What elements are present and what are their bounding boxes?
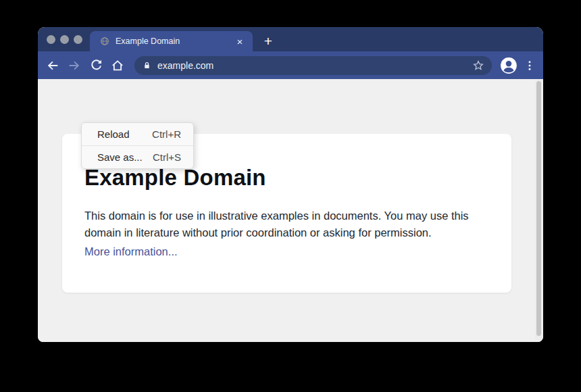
address-bar[interactable]: example.com bbox=[134, 56, 492, 75]
globe-favicon-icon bbox=[100, 36, 109, 46]
more-information-link[interactable]: More information... bbox=[84, 245, 178, 258]
menu-item-label: Reload bbox=[97, 128, 130, 140]
window-close-button[interactable] bbox=[47, 35, 55, 44]
url-text[interactable]: example.com bbox=[157, 60, 472, 71]
window-maximize-button[interactable] bbox=[74, 35, 82, 44]
menu-item-shortcut: Ctrl+S bbox=[153, 151, 181, 163]
back-arrow-icon bbox=[45, 58, 60, 73]
menu-item-label: Save as... bbox=[97, 151, 143, 163]
new-tab-button[interactable]: + bbox=[258, 31, 278, 51]
window-minimize-button[interactable] bbox=[60, 35, 69, 44]
back-button[interactable] bbox=[45, 57, 61, 74]
reload-icon bbox=[89, 58, 103, 72]
home-button[interactable] bbox=[109, 57, 126, 74]
reload-button[interactable] bbox=[88, 57, 104, 74]
context-menu-item-save-as[interactable]: Save as... Ctrl+S bbox=[82, 145, 193, 168]
scrollbar-thumb[interactable] bbox=[536, 81, 541, 336]
tab-title: Example Domain bbox=[116, 36, 234, 46]
context-menu: Reload Ctrl+R Save as... Ctrl+S bbox=[81, 122, 194, 169]
tab-close-icon[interactable]: × bbox=[234, 36, 245, 47]
three-dots-icon bbox=[524, 59, 536, 72]
browser-window: Example Domain × + bbox=[38, 27, 543, 342]
lock-icon[interactable] bbox=[143, 61, 151, 70]
browser-menu-button[interactable] bbox=[522, 57, 538, 74]
forward-arrow-icon bbox=[67, 58, 82, 73]
page-paragraph: This domain is for use in illustrative e… bbox=[84, 207, 490, 241]
titlebar: Example Domain × + bbox=[38, 27, 543, 51]
profile-avatar-icon[interactable] bbox=[500, 57, 517, 74]
scrollbar-track bbox=[535, 80, 542, 340]
home-icon bbox=[110, 58, 125, 73]
browser-tab[interactable]: Example Domain × bbox=[90, 31, 253, 51]
forward-button[interactable] bbox=[66, 57, 82, 74]
context-menu-item-reload[interactable]: Reload Ctrl+R bbox=[82, 123, 193, 145]
menu-item-shortcut: Ctrl+R bbox=[152, 128, 181, 140]
page-content: Example Domain This domain is for use in… bbox=[38, 79, 543, 342]
bookmark-star-icon[interactable] bbox=[472, 59, 485, 72]
toolbar: example.com bbox=[38, 51, 543, 79]
